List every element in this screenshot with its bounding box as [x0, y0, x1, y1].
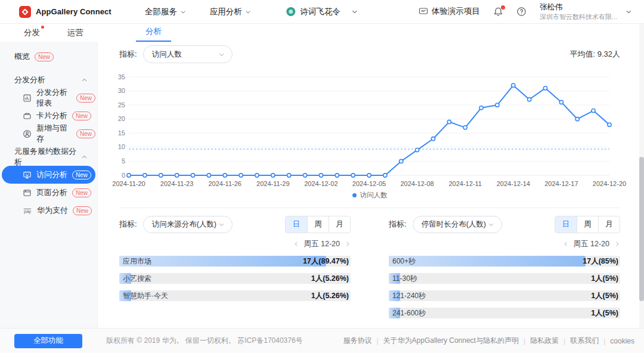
bar-row: 11-30秒1人(5%) — [389, 273, 620, 284]
main-content: 指标: 访问人数 平均值: 9.32人 051015202530352024-1… — [98, 42, 644, 328]
demo-project-button[interactable]: 体验演示项目 — [419, 6, 480, 17]
sidebar-item-label: 新增与留存 — [36, 123, 72, 144]
date-nav-label: 周五 12-20 — [574, 239, 609, 249]
chevron-up-icon — [81, 77, 88, 83]
svg-text:2024-11-20: 2024-11-20 — [112, 180, 145, 187]
date-nav: 周五 12-20 — [119, 239, 351, 249]
svg-text:30: 30 — [118, 87, 125, 94]
separator: | — [524, 337, 525, 345]
metric-select-value: 访问人数 — [152, 49, 182, 60]
metric-select[interactable]: 访问人数 — [143, 45, 233, 63]
sidebar-item-page-analysis[interactable]: 页面分析New — [2, 184, 95, 202]
tab-operation[interactable]: 运营 — [67, 27, 83, 38]
scrollbar-thumb[interactable] — [639, 157, 644, 301]
brand-title: AppGallery Connect — [36, 7, 112, 16]
bar-row: 121-240秒1人(5%) — [389, 290, 620, 301]
visit-source-panel: 指标:访问来源分布(人数)日周月周五 12-20应用市场17人(89.47%)小… — [119, 215, 351, 325]
nav-all-services[interactable]: 全部服务 — [145, 7, 186, 17]
notifications-button[interactable] — [493, 7, 503, 17]
user-company: 深圳市智云数科技术有限... — [540, 13, 617, 21]
chart-canvas: 051015202530352024-11-202024-11-232024-1… — [119, 70, 620, 188]
legend-dot-icon — [352, 193, 357, 197]
svg-text:2024-11-26: 2024-11-26 — [208, 180, 241, 187]
sidebar-item-section-meta-service[interactable]: 元服务履约数据分析 — [0, 148, 97, 166]
bars-list: 600+秒17人(85%)11-30秒1人(5%)121-240秒1人(5%)2… — [389, 256, 620, 318]
tab-week[interactable]: 周 — [577, 216, 598, 233]
report-icon — [23, 94, 32, 103]
bars-list: 应用市场17人(89.47%)小艺搜索1人(5.26%)智慧助手·今天1人(5.… — [119, 256, 351, 301]
new-badge: New — [76, 129, 95, 138]
chart-legend[interactable]: 访问人数 — [119, 190, 620, 200]
sidebar-item-huawei-pay[interactable]: pay华为支付New — [2, 202, 95, 219]
pay-icon: pay — [23, 206, 32, 215]
bar-label: 121-240秒 — [392, 290, 426, 301]
metric-label: 指标: — [389, 219, 407, 230]
sidebar-item-new-retention[interactable]: 新增与留存New — [2, 125, 95, 143]
sidebar-item-visit-analysis[interactable]: 访问分析New — [2, 166, 95, 184]
notification-badge — [501, 5, 505, 10]
chevron-down-icon — [218, 51, 225, 58]
sidebar-item-overview[interactable]: 概览New — [0, 48, 97, 66]
footer-link[interactable]: cookies — [610, 337, 634, 345]
bar-label: 241-600秒 — [392, 308, 426, 318]
period-tabs: 日周月 — [555, 216, 620, 233]
tab-distribution[interactable]: 分发 — [24, 27, 40, 38]
tab-analysis[interactable]: 分析 — [136, 24, 171, 42]
new-badge: New — [72, 171, 91, 179]
app-selector[interactable]: 诗词飞花令 — [286, 7, 358, 17]
sidebar-item-card-analysis[interactable]: 卡片分析New — [2, 107, 95, 125]
panel-metric-select[interactable]: 停留时长分布(人数) — [413, 216, 502, 233]
all-features-button[interactable]: 全部功能 — [14, 334, 82, 348]
chevron-up-icon — [81, 154, 88, 160]
panel-header: 指标:停留时长分布(人数)日周月 — [389, 215, 620, 233]
chevron-right-icon[interactable] — [614, 241, 620, 247]
sidebar-item-section-distribution[interactable]: 分发分析 — [0, 71, 97, 89]
footer-links: 服务协议|关于华为AppGallery Connect与隐私的声明|隐私政策|联… — [343, 336, 634, 346]
svg-text:2024-12-05: 2024-12-05 — [352, 180, 386, 187]
help-button[interactable] — [516, 7, 527, 17]
footer-link[interactable]: 服务协议 — [343, 336, 371, 346]
bar-label: 应用市场 — [123, 256, 151, 267]
sidebar-item-distribution-report[interactable]: 分发分析报表New — [2, 89, 95, 107]
tab-day[interactable]: 日 — [286, 216, 307, 233]
separator: | — [564, 337, 565, 345]
section-label: 分发分析 — [14, 75, 45, 85]
panel-metric-select[interactable]: 访问来源分布(人数) — [143, 216, 233, 233]
legend-label: 访问人数 — [360, 191, 388, 200]
bar-value: 1人(5%) — [591, 273, 618, 284]
user-menu[interactable]: 张松伟 深圳市智云数科技术有限... — [540, 2, 632, 21]
tab-month[interactable]: 月 — [329, 216, 350, 233]
bar-label: 小艺搜索 — [123, 273, 151, 284]
chevron-left-icon[interactable] — [563, 241, 569, 247]
appgallery-logo-icon — [19, 6, 31, 18]
metric-row: 指标: 访问人数 平均值: 9.32人 — [119, 45, 620, 63]
user-name: 张松伟 — [540, 2, 617, 13]
bar-value: 1人(5%) — [591, 308, 618, 318]
footer-link[interactable]: 联系我们 — [570, 336, 599, 346]
new-badge: New — [72, 188, 91, 197]
scrollbar-track[interactable] — [639, 24, 644, 328]
bar-label: 11-30秒 — [392, 273, 417, 284]
chevron-right-icon[interactable] — [345, 241, 351, 247]
footer-link[interactable]: 关于华为AppGallery Connect与隐私的声明 — [383, 336, 519, 346]
nav-app-analytics[interactable]: 应用分析 — [210, 7, 251, 17]
svg-text:5: 5 — [122, 157, 125, 165]
separator: | — [603, 337, 605, 345]
svg-text:2024-12-14: 2024-12-14 — [497, 180, 530, 187]
new-badge: New — [73, 206, 92, 215]
panel-metric-value: 停留时长分布(人数) — [422, 219, 486, 230]
bar-value: 1人(5%) — [591, 290, 618, 301]
distribution-panels: 指标:访问来源分布(人数)日周月周五 12-20应用市场17人(89.47%)小… — [119, 215, 620, 325]
footer-link[interactable]: 隐私政策 — [530, 336, 559, 346]
svg-text:20: 20 — [118, 115, 125, 122]
tab-day[interactable]: 日 — [555, 216, 577, 233]
tab-month[interactable]: 月 — [598, 216, 620, 233]
svg-text:2024-11-29: 2024-11-29 — [256, 180, 289, 187]
chevron-down-icon — [351, 8, 358, 15]
tab-week[interactable]: 周 — [307, 216, 329, 233]
app-name: 诗词飞花令 — [300, 7, 340, 17]
card-icon — [23, 112, 32, 120]
question-circle-icon — [516, 7, 527, 17]
chevron-left-icon[interactable] — [293, 241, 299, 247]
bar-row: 241-600秒1人(5%) — [389, 308, 620, 318]
